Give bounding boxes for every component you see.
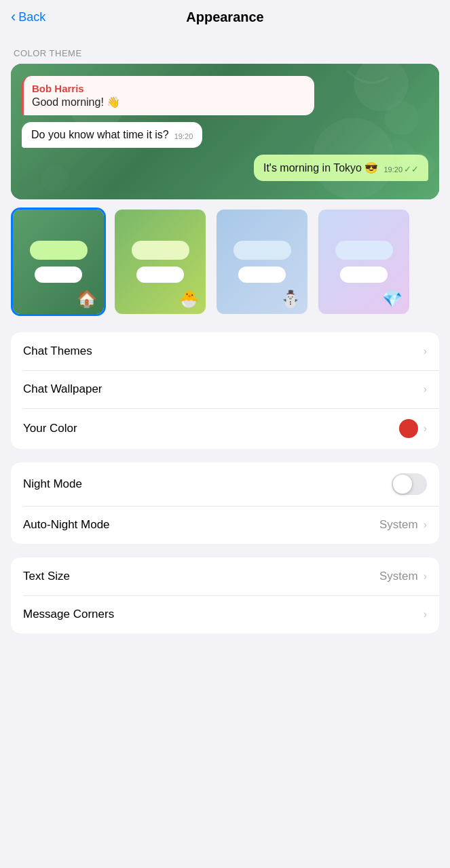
text-size-right: System › [379, 570, 427, 583]
auto-night-mode-label: Auto-Night Mode [23, 518, 110, 532]
message-corners-row[interactable]: Message Corners › [11, 595, 439, 633]
chat-preview: Bob Harris Good morning! 👋 Do you know w… [11, 64, 439, 199]
chat-wallpaper-label: Chat Wallpaper [23, 382, 102, 396]
theme-1-bubble-bottom [35, 267, 82, 283]
your-color-right: › [399, 419, 427, 438]
theme-selector: 🏠 🐣 ⛄ 💎 [11, 208, 439, 319]
msg-sent-row: It's morning in Tokyo 😎 19:20 ✓✓ [22, 155, 428, 181]
text-size-label: Text Size [23, 570, 70, 583]
your-color-label: Your Color [23, 422, 77, 435]
back-button[interactable]: ‹ Back [11, 10, 45, 24]
theme-2-bubble-bottom [136, 267, 184, 283]
quote-sender: Bob Harris [32, 83, 305, 94]
chat-wallpaper-chevron-icon: › [424, 383, 427, 395]
night-mode-toggle-knob [393, 475, 412, 494]
quote-text: Good morning! 👋 [32, 96, 305, 108]
text-size-value: System [379, 570, 418, 583]
received-time: 19:20 [174, 132, 193, 140]
msg-received-quote: Bob Harris Good morning! 👋 [22, 76, 314, 115]
color-theme-section-label: COLOR THEME [0, 32, 450, 64]
chat-themes-chevron-icon: › [424, 345, 427, 357]
auto-night-mode-row[interactable]: Auto-Night Mode System › [11, 506, 439, 544]
theme-item-4[interactable]: 💎 [316, 208, 411, 316]
chat-themes-row[interactable]: Chat Themes › [11, 332, 439, 370]
msg-sent: It's morning in Tokyo 😎 19:20 ✓✓ [254, 155, 428, 181]
text-size-chevron-icon: › [424, 570, 427, 583]
back-label: Back [18, 10, 45, 24]
chat-wallpaper-right: › [424, 383, 427, 395]
theme-1-bubble-top [30, 241, 88, 260]
message-corners-right: › [424, 608, 427, 620]
received-text: Do you know what time it is? [31, 129, 169, 141]
svg-point-1 [385, 101, 419, 135]
your-color-chevron-icon: › [424, 422, 427, 435]
theme-4-emoji: 💎 [382, 290, 402, 309]
night-mode-toggle[interactable] [392, 473, 427, 495]
theme-3-bubble-top [233, 241, 291, 260]
sent-text: It's morning in Tokyo 😎 [263, 161, 379, 174]
message-corners-label: Message Corners [23, 608, 114, 621]
theme-3-bubble-bottom [238, 267, 286, 283]
message-corners-chevron-icon: › [424, 608, 427, 620]
your-color-row[interactable]: Your Color › [11, 408, 439, 449]
chat-themes-right: › [424, 345, 427, 357]
theme-3-emoji: ⛄ [280, 290, 301, 309]
header: ‹ Back Appearance [0, 0, 450, 32]
mode-settings-group: Night Mode Auto-Night Mode System › [11, 462, 439, 544]
your-color-dot [399, 419, 418, 438]
theme-item-1[interactable]: 🏠 [11, 208, 106, 316]
theme-item-2[interactable]: 🐣 [113, 208, 208, 316]
page-title: Appearance [186, 9, 264, 25]
theme-item-3[interactable]: ⛄ [214, 208, 310, 316]
text-settings-group: Text Size System › Message Corners › [11, 557, 439, 633]
color-settings-group: Chat Themes › Chat Wallpaper › Your Colo… [11, 332, 439, 449]
auto-night-mode-value: System [379, 518, 418, 532]
back-chevron-icon: ‹ [11, 9, 16, 24]
text-size-row[interactable]: Text Size System › [11, 557, 439, 595]
theme-4-bubble-bottom [340, 267, 388, 283]
chat-themes-label: Chat Themes [23, 344, 92, 358]
svg-point-0 [354, 64, 409, 111]
theme-2-bubble-top [132, 241, 189, 260]
theme-2-emoji: 🐣 [179, 290, 199, 309]
theme-1-emoji: 🏠 [77, 290, 97, 309]
msg-received: Do you know what time it is? 19:20 [22, 122, 202, 148]
night-mode-row[interactable]: Night Mode [11, 462, 439, 506]
auto-night-mode-right: System › [379, 518, 427, 532]
sent-time: 19:20 [383, 165, 402, 174]
auto-night-mode-chevron-icon: › [424, 519, 427, 531]
sent-meta: 19:20 ✓✓ [383, 164, 419, 174]
chat-wallpaper-row[interactable]: Chat Wallpaper › [11, 370, 439, 408]
double-tick-icon: ✓✓ [404, 164, 419, 174]
theme-4-bubble-top [335, 241, 393, 260]
night-mode-label: Night Mode [23, 477, 82, 491]
